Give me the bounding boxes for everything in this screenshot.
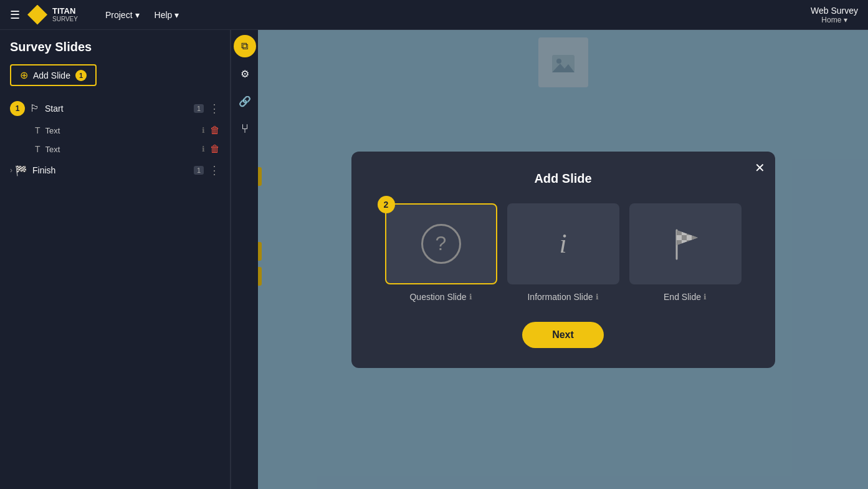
help-chevron-icon: ▾ — [174, 10, 179, 20]
delete-icon-1[interactable]: 🗑 — [210, 125, 220, 136]
svg-rect-6 — [677, 230, 682, 235]
plus-icon: ⊕ — [20, 69, 28, 81]
svg-rect-17 — [692, 240, 697, 245]
information-slide-info-icon[interactable]: ℹ — [596, 293, 599, 301]
flag-finish-icon: 🏁 — [15, 165, 27, 177]
help-menu-button[interactable]: Help ▾ — [147, 7, 187, 22]
sidebar-title: Survey Slides — [0, 40, 230, 64]
top-navigation: ☰ TITAN SURVEY Project ▾ Help ▾ Web Surv… — [0, 0, 868, 30]
end-slide-label: End Slide ℹ — [664, 292, 707, 302]
settings-icon: ⚙ — [241, 68, 249, 80]
logo-area: TITAN SURVEY — [27, 5, 78, 25]
sub-info-icon-2[interactable]: ℹ — [202, 145, 205, 153]
svg-rect-12 — [687, 235, 692, 240]
flag-start-icon: 🏳 — [30, 103, 40, 114]
nav-survey-info: Web Survey Home ▾ — [811, 6, 858, 24]
sidebar: Survey Slides ⊕ Add Slide 1 1 🏳 Start 1 … — [0, 30, 231, 489]
content-area: ✕ Add Slide 2 ? Question Slide ℹ — [258, 30, 868, 489]
slide-name-start: Start — [45, 104, 190, 114]
question-slide-info-icon[interactable]: ℹ — [469, 293, 472, 301]
end-slide-info-icon[interactable]: ℹ — [703, 293, 707, 301]
slide-badge-start: 1 — [194, 104, 204, 113]
svg-rect-7 — [682, 230, 687, 235]
logo-text: TITAN SURVEY — [52, 6, 78, 24]
text-icon-2: T — [35, 144, 41, 154]
main-layout: Survey Slides ⊕ Add Slide 1 1 🏳 Start 1 … — [0, 30, 868, 489]
add-slide-label: Add Slide — [33, 70, 70, 80]
question-slide-label: Question Slide ℹ — [409, 292, 472, 302]
branch-toolbar-button[interactable]: ⑂ — [234, 117, 256, 140]
text-icon-1: T — [35, 125, 41, 135]
delete-icon-2[interactable]: 🗑 — [210, 143, 220, 155]
question-mark-icon: ? — [421, 224, 461, 264]
svg-rect-14 — [677, 240, 682, 245]
information-slide-label: Information Slide ℹ — [527, 292, 598, 302]
svg-rect-9 — [692, 230, 697, 235]
end-slide-card[interactable] — [629, 203, 742, 284]
link-toolbar-button[interactable]: 🔗 — [234, 90, 256, 112]
menu-icon[interactable]: ☰ — [10, 8, 20, 22]
add-slide-modal: ✕ Add Slide 2 ? Question Slide ℹ — [351, 152, 775, 368]
slide-option-question[interactable]: 2 ? Question Slide ℹ — [385, 203, 497, 302]
question-slide-card[interactable]: 2 ? — [385, 203, 497, 284]
branch-icon: ⑂ — [241, 122, 249, 136]
svg-rect-13 — [692, 235, 697, 240]
slide-finish-more-icon[interactable]: ⋮ — [209, 163, 220, 177]
slide-badge-finish: 1 — [194, 166, 204, 175]
modal-title: Add Slide — [371, 172, 755, 186]
end-slide-flag-icon — [665, 224, 705, 264]
svg-rect-15 — [682, 240, 687, 245]
copy-toolbar-button[interactable]: ⧉ — [234, 35, 256, 57]
project-menu-button[interactable]: Project ▾ — [98, 7, 147, 22]
sub-info-icon-1[interactable]: ℹ — [202, 126, 205, 135]
information-italic-icon: i — [559, 228, 566, 259]
slide-item-finish[interactable]: › 🏁 Finish 1 ⋮ — [0, 158, 230, 182]
add-slide-badge: 1 — [75, 70, 87, 81]
sub-name-text-1: Text — [45, 126, 198, 135]
modal-overlay: ✕ Add Slide 2 ? Question Slide ℹ — [258, 30, 868, 489]
slide-type-options: 2 ? Question Slide ℹ i — [371, 203, 755, 302]
chevron-right-icon[interactable]: › — [10, 166, 12, 175]
slide-more-menu-icon[interactable]: ⋮ — [209, 102, 220, 115]
modal-next-button[interactable]: Next — [522, 322, 604, 348]
sub-name-text-2: Text — [45, 145, 198, 154]
step-badge-2: 2 — [378, 196, 395, 213]
slide-name-finish: Finish — [32, 165, 190, 175]
settings-toolbar-button[interactable]: ⚙ — [234, 62, 256, 85]
link-icon: 🔗 — [239, 95, 251, 107]
svg-rect-8 — [687, 230, 692, 235]
slide-sub-item-text-2[interactable]: T Text ℹ 🗑 — [0, 140, 230, 158]
logo-diamond-icon — [27, 5, 47, 25]
slide-sub-item-text-1[interactable]: T Text ℹ 🗑 — [0, 121, 230, 140]
slide-option-information[interactable]: i Information Slide ℹ — [507, 203, 619, 302]
slide-number-1: 1 — [10, 101, 25, 116]
information-slide-card[interactable]: i — [507, 203, 619, 284]
svg-rect-10 — [677, 235, 682, 240]
project-chevron-icon: ▾ — [135, 10, 140, 20]
copy-icon: ⧉ — [241, 41, 248, 52]
survey-title: Web Survey — [811, 6, 858, 16]
add-slide-button[interactable]: ⊕ Add Slide 1 — [10, 64, 97, 86]
slide-item-start[interactable]: 1 🏳 Start 1 ⋮ — [0, 96, 230, 121]
slide-option-end[interactable]: End Slide ℹ — [629, 203, 742, 302]
svg-rect-11 — [682, 235, 687, 240]
home-dropdown[interactable]: Home ▾ — [811, 16, 858, 24]
modal-close-button[interactable]: ✕ — [755, 162, 765, 174]
right-toolbar: ⧉ ⚙ 🔗 ⑂ — [231, 30, 258, 489]
svg-rect-16 — [687, 240, 692, 245]
